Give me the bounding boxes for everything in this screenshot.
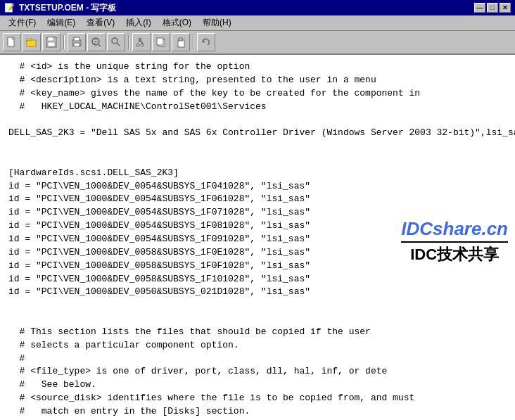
- svg-line-16: [117, 44, 120, 46]
- new-button[interactable]: [3, 33, 21, 51]
- svg-point-19: [136, 44, 139, 46]
- cut-button[interactable]: [132, 33, 151, 51]
- save-button[interactable]: [42, 33, 61, 51]
- svg-rect-12: [94, 39, 98, 39]
- content-area[interactable]: # <id> is the unique string for the opti…: [0, 55, 515, 420]
- menu-help[interactable]: 帮助(H): [197, 15, 237, 30]
- minimize-button[interactable]: —: [474, 3, 485, 13]
- svg-rect-13: [94, 41, 98, 42]
- toolbar-sep-2: [127, 33, 131, 51]
- svg-rect-24: [179, 38, 182, 41]
- svg-line-11: [98, 44, 101, 46]
- window-controls: — □ ✕: [474, 3, 511, 13]
- svg-rect-9: [74, 43, 80, 46]
- title-bar: 📝 TXTSETUP.OEM - 写字板 — □ ✕: [0, 0, 515, 15]
- svg-rect-22: [157, 38, 163, 45]
- menu-bar: 文件(F) 编辑(E) 查看(V) 插入(I) 格式(O) 帮助(H): [0, 15, 515, 31]
- svg-rect-6: [48, 42, 55, 46]
- svg-point-15: [112, 38, 117, 44]
- app-icon: 📝: [4, 3, 15, 13]
- svg-rect-14: [94, 43, 96, 44]
- svg-rect-5: [48, 37, 53, 41]
- title-left: 📝 TXTSETUP.OEM - 写字板: [4, 2, 116, 14]
- toolbar-sep-1: [62, 33, 66, 51]
- svg-marker-25: [203, 40, 205, 43]
- svg-rect-8: [74, 37, 80, 41]
- menu-format[interactable]: 格式(O): [157, 15, 197, 30]
- menu-view[interactable]: 查看(V): [81, 15, 120, 30]
- menu-file[interactable]: 文件(F): [3, 15, 42, 30]
- svg-point-20: [141, 44, 144, 46]
- maximize-button[interactable]: □: [487, 3, 498, 13]
- menu-insert[interactable]: 插入(I): [120, 15, 156, 30]
- copy-button[interactable]: [152, 33, 170, 51]
- print-button[interactable]: [68, 33, 86, 51]
- find-button[interactable]: [107, 33, 125, 51]
- svg-rect-3: [27, 39, 31, 41]
- toolbar: [0, 31, 515, 55]
- undo-button[interactable]: [197, 33, 215, 51]
- svg-marker-1: [12, 37, 14, 39]
- paste-button[interactable]: [172, 33, 190, 51]
- open-button[interactable]: [23, 33, 41, 51]
- close-button[interactable]: ✕: [500, 3, 511, 13]
- window-title: TXTSETUP.OEM - 写字板: [19, 2, 116, 14]
- menu-edit[interactable]: 编辑(E): [42, 15, 81, 30]
- toolbar-sep-3: [191, 33, 196, 51]
- print-preview-button[interactable]: [87, 33, 106, 51]
